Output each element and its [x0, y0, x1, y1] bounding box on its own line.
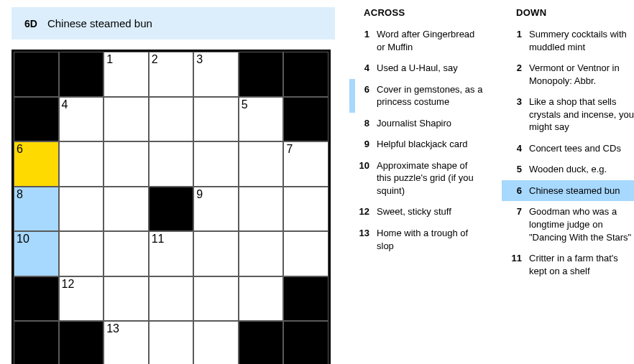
clue-text: Approximate shape of this puzzle's grid …	[377, 159, 483, 197]
clue-number: 2	[507, 62, 522, 87]
down-clue-list[interactable]: 1Summery cocktails with muddled mint2Ver…	[502, 24, 634, 354]
clue-number: 10	[355, 159, 369, 197]
grid-cell[interactable]	[104, 97, 149, 142]
cell-number: 9	[196, 188, 203, 201]
across-clue-13[interactable]: 13Home with a trough of slop	[349, 223, 487, 256]
across-clue-list[interactable]: 1Word after Gingerbread or Muffin4Used a…	[349, 24, 487, 354]
black-square	[283, 52, 329, 97]
grid-cell[interactable]	[104, 231, 149, 276]
black-square	[59, 52, 104, 97]
grid-cell[interactable]	[59, 231, 104, 276]
left-panel: 6D Chinese steamed bun 12345678910111213	[12, 7, 335, 364]
black-square	[283, 97, 329, 142]
across-clue-8[interactable]: 8Journalist Shapiro	[349, 113, 487, 134]
clue-number: 1	[355, 28, 369, 53]
black-square	[239, 321, 284, 364]
clue-number: 4	[355, 62, 369, 75]
grid-cell[interactable]: 1	[104, 52, 149, 97]
clue-number: 6	[355, 83, 369, 108]
clue-text: Sweet, sticky stuff	[377, 205, 483, 218]
clue-number: 13	[355, 227, 369, 252]
clue-text: Vermont or Ventnor in Monopoly: Abbr.	[529, 62, 634, 87]
cell-number: 7	[286, 143, 293, 156]
grid-cell[interactable]: 8	[14, 187, 59, 232]
grid-cell[interactable]	[59, 187, 104, 232]
grid-cell[interactable]	[239, 231, 284, 276]
black-square	[283, 276, 329, 322]
app-layout: 6D Chinese steamed bun 12345678910111213…	[12, 7, 622, 364]
down-title: DOWN	[502, 7, 634, 18]
across-clue-9[interactable]: 9Helpful blackjack card	[349, 134, 487, 155]
grid-cell[interactable]: 2	[149, 52, 194, 97]
grid-cell[interactable]: 13	[104, 321, 149, 364]
grid-cell[interactable]	[149, 321, 194, 364]
grid-cell[interactable]	[104, 276, 149, 322]
grid-cell[interactable]: 9	[193, 187, 239, 232]
grid-cell[interactable]	[104, 141, 149, 187]
cell-number: 8	[17, 188, 23, 201]
clue-number: 7	[507, 205, 522, 243]
grid-cell[interactable]: 12	[59, 276, 104, 322]
crossword-grid[interactable]: 12345678910111213	[12, 50, 331, 364]
grid-cell[interactable]: 7	[283, 141, 329, 187]
grid-cell[interactable]	[239, 141, 284, 187]
clue-text: Journalist Shapiro	[377, 117, 483, 130]
clue-text: Critter in a farm that's kept on a shelf	[529, 252, 634, 277]
black-square	[59, 321, 104, 364]
clue-number: 3	[507, 95, 522, 134]
grid-cell[interactable]	[149, 141, 194, 187]
black-square	[14, 97, 59, 142]
cell-number: 4	[62, 98, 68, 111]
clue-text: Helpful blackjack card	[377, 138, 483, 151]
current-clue-bar[interactable]: 6D Chinese steamed bun	[12, 7, 335, 39]
clue-number: 4	[507, 142, 522, 155]
grid-cell[interactable]	[149, 97, 194, 142]
grid-cell[interactable]: 4	[59, 97, 104, 142]
down-clue-1[interactable]: 1Summery cocktails with muddled mint	[502, 24, 634, 57]
grid-cell[interactable]	[193, 321, 239, 364]
grid-cell[interactable]: 5	[239, 97, 284, 142]
down-clue-4[interactable]: 4Concert tees and CDs	[502, 138, 634, 159]
black-square	[149, 187, 194, 232]
grid-cell[interactable]: 10	[14, 231, 59, 276]
clue-number: 12	[355, 205, 369, 218]
down-clue-7[interactable]: 7Goodman who was a longtime judge on "Da…	[502, 201, 634, 248]
clue-number: 9	[355, 138, 369, 151]
grid-cell[interactable]	[239, 187, 284, 232]
down-clue-3[interactable]: 3Like a shop that sells crystals and inc…	[502, 91, 634, 138]
grid-cell[interactable]: 3	[193, 52, 239, 97]
across-clue-10[interactable]: 10Approximate shape of this puzzle's gri…	[349, 155, 487, 202]
cell-number: 6	[17, 143, 23, 156]
grid-cell[interactable]: 6	[14, 141, 59, 187]
cell-number: 5	[242, 98, 248, 111]
grid-cell[interactable]	[239, 276, 284, 322]
grid-cell[interactable]	[193, 231, 239, 276]
across-clue-1[interactable]: 1Word after Gingerbread or Muffin	[349, 24, 487, 57]
clue-number: 6	[507, 185, 522, 197]
down-clue-2[interactable]: 2Vermont or Ventnor in Monopoly: Abbr.	[502, 57, 634, 91]
grid-cell[interactable]: 11	[149, 231, 194, 276]
black-square	[14, 276, 59, 322]
grid-cell[interactable]	[149, 276, 194, 322]
clue-text: Word after Gingerbread or Muffin	[377, 28, 483, 53]
grid-cell[interactable]	[59, 141, 104, 187]
across-clue-12[interactable]: 12Sweet, sticky stuff	[349, 201, 487, 223]
black-square	[283, 321, 329, 364]
down-clue-6[interactable]: 6Chinese steamed bun	[502, 180, 634, 202]
grid-cell[interactable]	[283, 187, 329, 232]
grid-cell[interactable]	[283, 231, 329, 276]
across-clue-6[interactable]: 6Cover in gemstones, as a princess costu…	[349, 79, 487, 113]
across-clue-4[interactable]: 4Used a U-Haul, say	[349, 57, 487, 79]
black-square	[14, 52, 59, 97]
down-clue-11[interactable]: 11Critter in a farm that's kept on a she…	[502, 248, 634, 281]
grid-cell[interactable]	[193, 141, 239, 187]
cell-number: 3	[196, 53, 203, 66]
clue-text: Goodman who was a longtime judge on "Dan…	[529, 205, 634, 243]
grid-cell[interactable]	[193, 276, 239, 322]
clue-number: 8	[355, 117, 369, 130]
down-clue-5[interactable]: 5Wooden duck, e.g.	[502, 159, 634, 180]
grid-cell[interactable]	[104, 187, 149, 232]
black-square	[239, 52, 284, 97]
cell-number: 12	[62, 278, 75, 291]
grid-cell[interactable]	[193, 97, 239, 142]
